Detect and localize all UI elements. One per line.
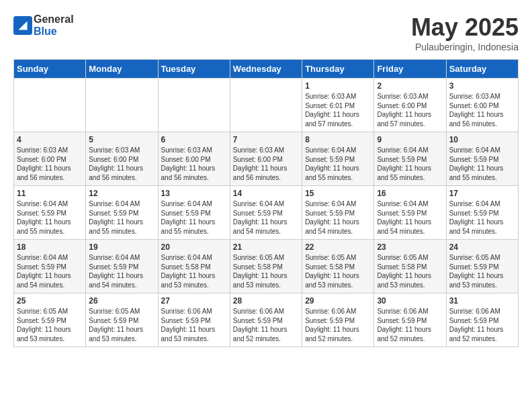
day-number: 9: [377, 135, 443, 144]
calendar-week-row: 25Sunrise: 6:05 AM Sunset: 5:59 PM Dayli…: [14, 293, 519, 347]
calendar-cell: 5Sunrise: 6:03 AM Sunset: 6:00 PM Daylig…: [86, 132, 158, 186]
day-number: 19: [89, 242, 154, 252]
calendar-cell: 17Sunrise: 6:04 AM Sunset: 5:59 PM Dayli…: [446, 186, 518, 240]
day-number: 12: [89, 189, 154, 198]
weekday-header-row: SundayMondayTuesdayWednesdayThursdayFrid…: [14, 60, 519, 79]
day-number: 26: [89, 296, 154, 306]
day-detail: Sunrise: 6:05 AM Sunset: 5:58 PM Dayligh…: [233, 253, 299, 289]
day-number: 31: [449, 296, 515, 306]
day-number: 28: [233, 296, 299, 306]
day-detail: Sunrise: 6:06 AM Sunset: 5:59 PM Dayligh…: [305, 307, 371, 343]
day-number: 17: [449, 189, 515, 198]
day-detail: Sunrise: 6:03 AM Sunset: 6:00 PM Dayligh…: [161, 146, 227, 182]
day-detail: Sunrise: 6:06 AM Sunset: 5:59 PM Dayligh…: [233, 307, 299, 343]
day-detail: Sunrise: 6:06 AM Sunset: 5:59 PM Dayligh…: [449, 307, 515, 343]
calendar-cell: 31Sunrise: 6:06 AM Sunset: 5:59 PM Dayli…: [446, 293, 518, 347]
weekday-header-thursday: Thursday: [302, 60, 374, 79]
calendar-cell: [14, 79, 86, 132]
calendar-cell: 10Sunrise: 6:04 AM Sunset: 5:59 PM Dayli…: [446, 132, 518, 186]
calendar-cell: 6Sunrise: 6:03 AM Sunset: 6:00 PM Daylig…: [158, 132, 230, 186]
calendar-cell: [158, 79, 230, 132]
calendar-cell: 22Sunrise: 6:05 AM Sunset: 5:58 PM Dayli…: [302, 240, 374, 293]
calendar-week-row: 11Sunrise: 6:04 AM Sunset: 5:59 PM Dayli…: [14, 186, 519, 240]
day-number: 24: [449, 242, 515, 252]
day-number: 21: [233, 242, 299, 252]
day-detail: Sunrise: 6:04 AM Sunset: 5:58 PM Dayligh…: [161, 253, 227, 289]
month-title: May 2025: [411, 13, 519, 42]
calendar-cell: 29Sunrise: 6:06 AM Sunset: 5:59 PM Dayli…: [302, 293, 374, 347]
day-number: 14: [233, 189, 299, 198]
calendar-cell: 1Sunrise: 6:03 AM Sunset: 6:01 PM Daylig…: [302, 79, 374, 132]
calendar-cell: 13Sunrise: 6:04 AM Sunset: 5:59 PM Dayli…: [158, 186, 230, 240]
calendar-cell: 11Sunrise: 6:04 AM Sunset: 5:59 PM Dayli…: [14, 186, 86, 240]
day-number: 22: [305, 242, 371, 252]
calendar-cell: [230, 79, 302, 132]
day-number: 2: [377, 81, 443, 91]
day-number: 13: [161, 189, 227, 198]
calendar-week-row: 18Sunrise: 6:04 AM Sunset: 5:59 PM Dayli…: [14, 240, 519, 293]
day-detail: Sunrise: 6:03 AM Sunset: 6:00 PM Dayligh…: [449, 92, 515, 128]
day-number: 23: [377, 242, 443, 252]
calendar-cell: 4Sunrise: 6:03 AM Sunset: 6:00 PM Daylig…: [14, 132, 86, 186]
calendar-cell: 27Sunrise: 6:06 AM Sunset: 5:59 PM Dayli…: [158, 293, 230, 347]
logo-general: General: [34, 13, 74, 25]
day-detail: Sunrise: 6:06 AM Sunset: 5:59 PM Dayligh…: [377, 307, 443, 343]
day-number: 20: [161, 242, 227, 252]
day-number: 6: [161, 135, 227, 144]
day-detail: Sunrise: 6:06 AM Sunset: 5:59 PM Dayligh…: [161, 307, 227, 343]
weekday-header-wednesday: Wednesday: [230, 60, 302, 79]
calendar-cell: 20Sunrise: 6:04 AM Sunset: 5:58 PM Dayli…: [158, 240, 230, 293]
day-number: 16: [377, 189, 443, 198]
day-detail: Sunrise: 6:05 AM Sunset: 5:59 PM Dayligh…: [17, 307, 83, 343]
day-number: 11: [17, 189, 83, 198]
calendar-cell: 18Sunrise: 6:04 AM Sunset: 5:59 PM Dayli…: [14, 240, 86, 293]
day-number: 25: [17, 296, 83, 306]
calendar-cell: [86, 79, 158, 132]
day-detail: Sunrise: 6:03 AM Sunset: 6:00 PM Dayligh…: [233, 146, 299, 182]
day-number: 30: [377, 296, 443, 306]
title-block: May 2025 Pulauberingin, Indonesia: [411, 13, 519, 52]
day-detail: Sunrise: 6:04 AM Sunset: 5:59 PM Dayligh…: [17, 199, 83, 236]
day-detail: Sunrise: 6:04 AM Sunset: 5:59 PM Dayligh…: [17, 253, 83, 289]
day-detail: Sunrise: 6:04 AM Sunset: 5:59 PM Dayligh…: [449, 199, 515, 236]
calendar-week-row: 4Sunrise: 6:03 AM Sunset: 6:00 PM Daylig…: [14, 132, 519, 186]
calendar-cell: 15Sunrise: 6:04 AM Sunset: 5:59 PM Dayli…: [302, 186, 374, 240]
logo-blue: Blue: [34, 26, 57, 37]
calendar-cell: 26Sunrise: 6:05 AM Sunset: 5:59 PM Dayli…: [86, 293, 158, 347]
day-number: 4: [17, 135, 83, 144]
logo-icon: [13, 16, 32, 35]
day-number: 1: [305, 81, 371, 91]
calendar-cell: 16Sunrise: 6:04 AM Sunset: 5:59 PM Dayli…: [374, 186, 446, 240]
weekday-header-monday: Monday: [86, 60, 158, 79]
calendar-cell: 19Sunrise: 6:04 AM Sunset: 5:59 PM Dayli…: [86, 240, 158, 293]
calendar-cell: 12Sunrise: 6:04 AM Sunset: 5:59 PM Dayli…: [86, 186, 158, 240]
day-detail: Sunrise: 6:04 AM Sunset: 5:59 PM Dayligh…: [377, 146, 443, 182]
calendar-cell: 14Sunrise: 6:04 AM Sunset: 5:59 PM Dayli…: [230, 186, 302, 240]
weekday-header-sunday: Sunday: [14, 60, 86, 79]
calendar-cell: 3Sunrise: 6:03 AM Sunset: 6:00 PM Daylig…: [446, 79, 518, 132]
day-number: 7: [233, 135, 299, 144]
day-number: 29: [305, 296, 371, 306]
calendar-table: SundayMondayTuesdayWednesdayThursdayFrid…: [13, 59, 519, 347]
calendar-cell: 28Sunrise: 6:06 AM Sunset: 5:59 PM Dayli…: [230, 293, 302, 347]
day-number: 5: [89, 135, 154, 144]
day-detail: Sunrise: 6:03 AM Sunset: 6:00 PM Dayligh…: [89, 146, 154, 182]
calendar-cell: 30Sunrise: 6:06 AM Sunset: 5:59 PM Dayli…: [374, 293, 446, 347]
calendar-cell: 23Sunrise: 6:05 AM Sunset: 5:58 PM Dayli…: [374, 240, 446, 293]
day-detail: Sunrise: 6:03 AM Sunset: 6:01 PM Dayligh…: [305, 92, 371, 128]
calendar-cell: 2Sunrise: 6:03 AM Sunset: 6:00 PM Daylig…: [374, 79, 446, 132]
day-number: 10: [449, 135, 515, 144]
day-detail: Sunrise: 6:03 AM Sunset: 6:00 PM Dayligh…: [377, 92, 443, 128]
day-detail: Sunrise: 6:04 AM Sunset: 5:59 PM Dayligh…: [161, 199, 227, 236]
day-number: 15: [305, 189, 371, 198]
day-number: 3: [449, 81, 515, 91]
day-detail: Sunrise: 6:05 AM Sunset: 5:58 PM Dayligh…: [377, 253, 443, 289]
calendar-cell: 8Sunrise: 6:04 AM Sunset: 5:59 PM Daylig…: [302, 132, 374, 186]
day-detail: Sunrise: 6:04 AM Sunset: 5:59 PM Dayligh…: [89, 199, 154, 236]
day-number: 18: [17, 242, 83, 252]
day-detail: Sunrise: 6:04 AM Sunset: 5:59 PM Dayligh…: [233, 199, 299, 236]
day-detail: Sunrise: 6:04 AM Sunset: 5:59 PM Dayligh…: [305, 146, 371, 182]
day-detail: Sunrise: 6:05 AM Sunset: 5:59 PM Dayligh…: [89, 307, 154, 343]
day-detail: Sunrise: 6:04 AM Sunset: 5:59 PM Dayligh…: [377, 199, 443, 236]
day-number: 8: [305, 135, 371, 144]
